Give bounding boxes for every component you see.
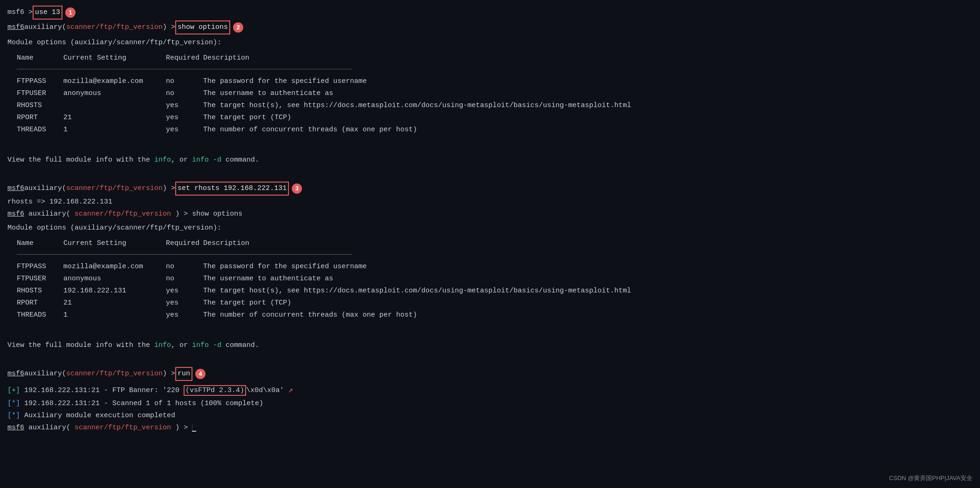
opt-name-threads-2: THREADS <box>17 309 63 321</box>
opt-desc-threads-2: The number of concurrent threads (max on… <box>203 309 631 321</box>
section2-header: Module options (auxiliary/scanner/ftp/ft… <box>7 223 973 234</box>
option-row-ftpuser-2: FTPUSER anonymous no The username to aut… <box>17 273 631 285</box>
result-text-3: Auxiliary module execution completed <box>24 412 175 420</box>
module-name-5: scanner/ftp/ftp_version <box>66 368 163 380</box>
opt-desc-rhosts-1: The target host(s), see https://docs.met… <box>203 100 631 112</box>
opt-setting-rhosts-1 <box>63 100 166 112</box>
option-row-threads-2: THREADS 1 yes The number of concurrent t… <box>17 309 631 321</box>
col-header-setting-1: Current Setting <box>63 52 166 64</box>
opt-setting-ftpuser-1: anonymous <box>63 88 166 100</box>
result-line-1: [+] 192.168.222.131:21 - FTP Banner: '22… <box>7 384 973 397</box>
watermark: CSDN @黄弄国PHP|JAVA安全 <box>889 474 973 483</box>
opt-req-ftpuser-2: no <box>166 273 203 285</box>
col-header-desc-1: Description <box>203 52 631 64</box>
col-header-req-2: Required <box>166 237 203 250</box>
command-line-2: msf6 auxiliary( scanner/ftp/ftp_version … <box>7 20 973 34</box>
option-row-ftppass-1: FTPPASS mozilla@example.com no The passw… <box>17 75 631 88</box>
result-text-2: 192.168.222.131:21 - Scanned 1 of 1 host… <box>24 400 263 407</box>
prompt-5a: msf6 <box>7 368 24 380</box>
col-header-setting-2: Current Setting <box>63 237 166 250</box>
options-table-2: Name Current Setting Required Descriptio… <box>17 237 631 321</box>
opt-desc-rhosts-2: The target host(s), see https://docs.met… <box>203 285 631 297</box>
prompt-2b: auxiliary( <box>24 22 66 33</box>
command-line-3: msf6 auxiliary( scanner/ftp/ftp_version … <box>7 182 973 196</box>
last-prompt-a: msf6 <box>7 424 24 432</box>
opt-name-rport-2: RPORT <box>17 297 63 309</box>
star-icon-2: [*] <box>7 412 20 420</box>
result-text-1b: \x0d\x0a' <box>246 386 284 394</box>
opt-setting-threads-2: 1 <box>63 309 166 321</box>
col-header-name-1: Name <box>17 52 63 64</box>
option-row-rport-1: RPORT 21 yes The target port (TCP) <box>17 112 631 124</box>
last-prompt-b: auxiliary( <box>28 424 70 432</box>
cmd-box-3: set rhosts 192.168.222.131 <box>175 182 289 196</box>
opt-req-threads-2: yes <box>166 309 203 321</box>
last-prompt-c: ) > <box>175 424 192 432</box>
view-info-2: View the full module info with the info,… <box>7 340 973 351</box>
blank-line-3 <box>7 326 973 337</box>
module-name-4: scanner/ftp/ftp_version <box>75 210 171 218</box>
info-link-1: info <box>154 156 171 164</box>
prompt-3c: ) > <box>163 183 175 194</box>
opt-setting-ftppass-2: mozilla@example.com <box>63 261 166 273</box>
opt-name-ftpuser-1: FTPUSER <box>17 88 63 100</box>
arrow-icon: ↗ <box>288 386 293 395</box>
opt-req-ftppass-2: no <box>166 261 203 273</box>
opt-req-ftppass-1: no <box>166 75 203 88</box>
blank-line-4 <box>7 355 973 366</box>
prompt-5c: ) > <box>163 368 175 380</box>
cmd-box-5: run <box>175 367 192 381</box>
opt-name-ftpuser-2: FTPUSER <box>17 273 63 285</box>
cmd-box-1: use 13 <box>33 6 62 20</box>
opt-name-rhosts-1: RHOSTS <box>17 100 63 112</box>
opt-desc-rport-2: The target port (TCP) <box>203 297 631 309</box>
option-row-ftpuser-1: FTPUSER anonymous no The username to aut… <box>17 88 631 100</box>
opt-name-ftppass-2: FTPPASS <box>17 261 63 273</box>
opt-req-threads-1: yes <box>166 124 203 136</box>
option-row-rhosts-2: RHOSTS 192.168.222.131 yes The target ho… <box>17 285 631 297</box>
prompt-3b: auxiliary( <box>24 183 66 194</box>
last-prompt-line: msf6 auxiliary( scanner/ftp/ftp_version … <box>7 422 973 434</box>
option-row-rport-2: RPORT 21 yes The target port (TCP) <box>17 297 631 309</box>
result-line-3: [*] Auxiliary module execution completed <box>7 410 973 421</box>
option-row-rhosts-1: RHOSTS yes The target host(s), see https… <box>17 100 631 112</box>
info-link-2: info <box>154 341 171 349</box>
prompt-4b: auxiliary( <box>28 210 70 218</box>
cmd-box-2: show options <box>175 20 230 34</box>
module-name-2: scanner/ftp/ftp_version <box>66 22 163 33</box>
opt-name-rport-1: RPORT <box>17 112 63 124</box>
badge-1: 1 <box>65 7 75 18</box>
rhosts-result: rhosts => 192.168.222.131 <box>7 197 973 208</box>
opt-setting-ftpuser-2: anonymous <box>63 273 166 285</box>
cursor: █ <box>192 424 196 432</box>
opt-setting-rport-1: 21 <box>63 112 166 124</box>
opt-setting-rhosts-2: 192.168.222.131 <box>63 285 166 297</box>
opt-name-rhosts-2: RHOSTS <box>17 285 63 297</box>
opt-setting-threads-1: 1 <box>63 124 166 136</box>
opt-name-ftppass-1: FTPPASS <box>17 75 63 88</box>
col-header-name-2: Name <box>17 237 63 250</box>
last-module-name: scanner/ftp/ftp_version <box>75 424 171 432</box>
prompt-4a: msf6 <box>7 210 24 218</box>
opt-name-threads-1: THREADS <box>17 124 63 136</box>
prompt-2c: ) > <box>163 22 175 33</box>
info-d-link-1: info -d <box>192 156 221 164</box>
col-header-req-1: Required <box>166 52 203 64</box>
badge-3: 3 <box>292 183 302 194</box>
prompt-3a: msf6 <box>7 183 24 194</box>
prompt-2a: msf6 <box>7 22 24 33</box>
options-table-1: Name Current Setting Required Descriptio… <box>17 52 631 136</box>
opt-desc-rport-1: The target port (TCP) <box>203 112 631 124</box>
view-info-1: View the full module info with the info,… <box>7 155 973 166</box>
opt-desc-ftppass-2: The password for the specified username <box>203 261 631 273</box>
opt-desc-threads-1: The number of concurrent threads (max on… <box>203 124 631 136</box>
plus-icon: [+] <box>7 386 20 394</box>
terminal-container: msf6 > use 13 1 msf6 auxiliary( scanner/… <box>7 6 973 434</box>
command-line-5: msf6 auxiliary( scanner/ftp/ftp_version … <box>7 367 973 381</box>
prompt-4c: ) > show options <box>175 210 242 218</box>
col-header-desc-2: Description <box>203 237 631 250</box>
prompt-5b: auxiliary( <box>24 368 66 380</box>
info-d-link-2: info -d <box>192 341 221 349</box>
blank-line-1 <box>7 141 973 152</box>
result-text-1a: 192.168.222.131:21 - FTP Banner: '220 <box>24 386 184 394</box>
